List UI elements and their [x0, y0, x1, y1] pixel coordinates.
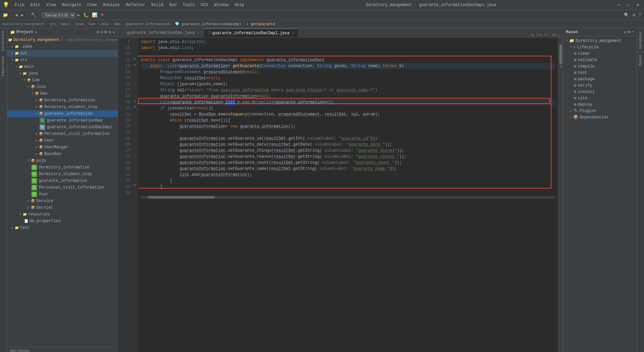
- sidebar-settings-button[interactable]: ⚙: [108, 30, 111, 35]
- close-tab-button[interactable]: ✕: [292, 31, 294, 35]
- menu-refactor[interactable]: Refactor: [123, 2, 148, 8]
- build-button[interactable]: 🔨: [30, 12, 38, 18]
- tree-item-pojo[interactable]: ▼ 📦 pojo: [7, 157, 118, 164]
- menu-build[interactable]: Build: [149, 2, 166, 8]
- breadcrumb-method[interactable]: ⚡ getGuarante: [246, 22, 275, 26]
- tree-item-servlet[interactable]: ▶ 📦 Servlet: [7, 204, 118, 211]
- tree-item-pojo-dormitory[interactable]: C Dormitory_information: [7, 164, 118, 171]
- debug-button[interactable]: 🐛: [82, 12, 90, 18]
- maven-settings-button[interactable]: ⚙: [628, 30, 630, 35]
- menu-file[interactable]: File: [12, 2, 27, 8]
- maven-minimize-button[interactable]: ─: [632, 30, 634, 35]
- code-editor[interactable]: 9 10 11 12 13 14 15 16 17 18 19 20 21 22…: [118, 38, 563, 352]
- maven-clean-item[interactable]: ⚙ clean: [565, 50, 635, 57]
- minimize-button[interactable]: ─: [615, 2, 622, 8]
- breadcrumb-src[interactable]: src: [50, 22, 56, 26]
- code-content[interactable]: import java.util.ArrayList; import java.…: [138, 38, 558, 352]
- menu-analyze[interactable]: Analyze: [100, 2, 122, 8]
- tree-item-user[interactable]: ▶ 📦 User: [7, 137, 118, 144]
- menu-window[interactable]: Window: [211, 2, 231, 8]
- tree-item-dormitory-info[interactable]: ▶ 📦 Dormitory_information: [7, 97, 118, 104]
- maven-refresh-button[interactable]: ↺: [624, 30, 626, 35]
- menu-tools[interactable]: Tools: [180, 2, 198, 8]
- maven-project-item[interactable]: ▼ 📁 Dormitory_mangement: [565, 38, 635, 44]
- vertical-scrollbar[interactable]: [558, 38, 563, 352]
- help-button[interactable]: ?: [637, 12, 643, 18]
- run-configuration-select[interactable]: Tomcat 9.0.56: [42, 12, 75, 18]
- stop-button[interactable]: ■: [99, 12, 105, 18]
- tab-guarante-dao[interactable]: ⬡ guarante_informationDao.java ✕: [118, 29, 204, 37]
- maven-dependencies-item[interactable]: ▶ 📦 Dependencies: [565, 114, 635, 120]
- tree-item-service[interactable]: ▶ 📦 Service: [7, 198, 118, 204]
- tree-item-java[interactable]: ▼ 📂 java: [7, 70, 118, 77]
- tree-item-pojo-guarante[interactable]: C guarante_information: [7, 178, 118, 184]
- breadcrumb-main[interactable]: main: [61, 22, 70, 26]
- menu-edit[interactable]: Edit: [28, 2, 43, 8]
- maven-validate-item[interactable]: ⚙ validate: [565, 57, 635, 63]
- tree-item-resources[interactable]: ▼ 📁 resources: [7, 211, 118, 218]
- navigate-forward-button[interactable]: ▶: [20, 12, 25, 18]
- tree-item-db-properties[interactable]: 📄 db.properties: [7, 218, 118, 224]
- search-button[interactable]: 🔍: [623, 12, 631, 18]
- maven-vtab[interactable]: Maven: [637, 52, 644, 68]
- tree-item-basedao[interactable]: ▶ 📦 BaseDao: [7, 151, 118, 157]
- tree-item-usermanger[interactable]: ▶ 📦 UserManger: [7, 144, 118, 151]
- tree-item-guarante-pkg[interactable]: ▼ 📦 guarante_information: [7, 110, 118, 117]
- maven-verify-item[interactable]: ⚙ verify: [565, 82, 635, 89]
- scrollbar-thumb[interactable]: [148, 196, 215, 199]
- coverage-button[interactable]: 📊: [91, 12, 99, 18]
- tree-item-dormitory-student[interactable]: ▶ 📦 Dormitory_student_stay: [7, 104, 118, 110]
- breadcrumb-guarante-info[interactable]: guarante_information: [125, 22, 170, 26]
- tree-item-jsxs[interactable]: ▼ 📦 Jsxs: [7, 84, 118, 90]
- tree-item-project-root[interactable]: 📁 Dormitory_mangement E:\Ideal源码\Dormito…: [7, 37, 118, 43]
- tree-item-guarante-dao[interactable]: I guarante_informationDao: [7, 117, 118, 124]
- tree-item-src[interactable]: ▼ 📁 src: [7, 57, 118, 63]
- menu-navigate[interactable]: Navigate: [59, 2, 84, 8]
- favorites-tab[interactable]: Favorites: [0, 53, 7, 79]
- close-tab-button[interactable]: ✕: [197, 31, 199, 35]
- menu-help[interactable]: Help: [232, 2, 247, 8]
- breadcrumb-dao[interactable]: Dao: [114, 22, 121, 26]
- breadcrumb-project[interactable]: Dormitory_mangement: [3, 22, 45, 26]
- menu-run[interactable]: Run: [167, 2, 179, 8]
- horizontal-scrollbar[interactable]: [141, 196, 555, 199]
- tree-item-com[interactable]: ▼ 📦 Com: [7, 77, 118, 84]
- menu-view[interactable]: View: [44, 2, 59, 8]
- maximize-button[interactable]: ☐: [625, 1, 632, 8]
- chevron-down-icon[interactable]: ▾: [35, 30, 37, 35]
- tree-item-pojo-user[interactable]: C User: [7, 191, 118, 198]
- structure-tab[interactable]: Structure: [0, 28, 7, 53]
- menu-code[interactable]: Code: [85, 2, 100, 8]
- maven-install-item[interactable]: ⚙ install: [565, 89, 635, 95]
- close-sidebar-button[interactable]: ✕: [112, 30, 115, 35]
- collapse-all-button[interactable]: ⊟: [97, 30, 99, 35]
- scrollbar-thumb-v[interactable]: [559, 44, 562, 64]
- breakpoint[interactable]: ●: [131, 62, 138, 68]
- tree-item-pojo-dorm-student[interactable]: C Dormitory_student_stay: [7, 171, 118, 178]
- database-tab[interactable]: Database: [637, 28, 644, 52]
- expand-icon[interactable]: ⌄: [558, 32, 560, 37]
- tree-item-dao[interactable]: ▼ 📦 Dao: [7, 90, 118, 97]
- breadcrumb-jsxs[interactable]: Jsxs: [100, 22, 109, 26]
- tree-item-personnel[interactable]: ▶ 📦 Personnel_visit_information: [7, 131, 118, 137]
- breadcrumb-java[interactable]: java: [75, 22, 84, 26]
- breadcrumb-com[interactable]: Com: [89, 22, 95, 26]
- run-button[interactable]: ▶: [76, 12, 82, 18]
- navigate-back-button[interactable]: ◀: [14, 12, 19, 18]
- tab-guarante-daoimpl[interactable]: ⬡ guarante_informationDaoImpl.java ✕: [204, 29, 299, 37]
- maven-package-item[interactable]: ⚙ package: [565, 76, 635, 82]
- tree-item-idea[interactable]: ▶ 📁 .idea: [7, 43, 118, 50]
- maven-compile-item[interactable]: ⚙ compile: [565, 63, 635, 69]
- expand-all-button[interactable]: ⊞: [105, 30, 107, 35]
- menu-vcs[interactable]: VCS: [198, 2, 211, 8]
- scroll-to-center-button[interactable]: ⊡: [101, 30, 103, 35]
- tree-item-out[interactable]: ▶ 📁 out: [7, 50, 118, 57]
- settings-button[interactable]: ⚙: [631, 12, 637, 18]
- breadcrumb-daoimpl[interactable]: 💎 guarante_informationDaoImpl: [175, 22, 241, 26]
- tree-item-guarante-daoimpl[interactable]: C guarante_informationDaoImpl: [7, 124, 118, 131]
- tree-item-main[interactable]: ▼ 📁 main: [7, 63, 118, 70]
- project-icon[interactable]: 📁: [1, 12, 9, 18]
- close-button[interactable]: ✕: [635, 1, 641, 8]
- tree-item-test[interactable]: ▶ 📁 test: [7, 224, 118, 231]
- maven-lifecycle-item[interactable]: ▼ ⚡ Lifecycle: [565, 44, 635, 50]
